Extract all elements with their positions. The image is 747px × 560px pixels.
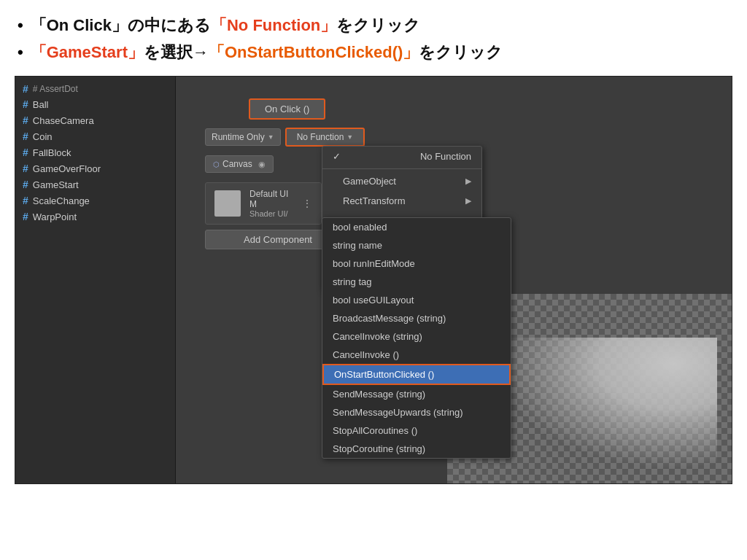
- no-function-label: No Function: [297, 132, 344, 142]
- submenu-item-label: StopAllCoroutines (): [333, 425, 417, 436]
- sidebar-item-label: Coin: [33, 131, 53, 142]
- sidebar-item-label: GameStart: [33, 179, 79, 190]
- instruction-1-part-1: 「On Click」の中にある: [31, 13, 211, 37]
- submenu-item-label: bool enabled: [333, 222, 387, 233]
- submenu-item-label: SendMessageUpwards (string): [333, 407, 462, 418]
- instruction-2-part-2: をクリック: [419, 40, 503, 64]
- submenu-item-stopallcoroutines[interactable]: StopAllCoroutines (): [322, 421, 511, 440]
- sidebar-item-scalechange[interactable]: # ScaleChange: [15, 192, 175, 209]
- submenu-item-sendmessage[interactable]: SendMessage (string): [322, 385, 511, 403]
- instruction-1-highlight-1: 「No Function」: [211, 13, 336, 37]
- dropdown-item-recttransform[interactable]: RectTransform ▶: [322, 191, 481, 211]
- instruction-line-2: • 「GameStart」 を選択→ 「OnStartButtonClicked…: [18, 40, 729, 64]
- sidebar-item-label: WarpPoint: [33, 211, 77, 222]
- submenu-item-broadcastmessage[interactable]: BroadcastMessage (string): [322, 309, 511, 327]
- sidebar-item-label: ChaseCamera: [33, 115, 94, 126]
- submenu-item-onstartbuttonclicked[interactable]: OnStartButtonClicked (): [322, 364, 511, 385]
- hash-icon: #: [23, 147, 28, 158]
- shader-label: Shader UI/: [249, 209, 293, 218]
- dropdown-item-no-function[interactable]: No Function: [322, 147, 481, 166]
- material-area: Default UI M Shader UI/ ⋮: [205, 182, 322, 225]
- unity-editor: # # AssertDot # Ball # ChaseCamera # Coi…: [15, 76, 732, 484]
- arrow-icon: ▶: [465, 176, 471, 186]
- submenu-item-label: BroadcastMessage (string): [333, 313, 446, 324]
- gamestart-submenu: bool enabled string name bool runInEditM…: [322, 217, 511, 459]
- material-text: Default UI M Shader UI/: [249, 189, 293, 218]
- bullet-1: •: [18, 13, 23, 37]
- submenu-item-label: CancelInvoke (string): [333, 331, 422, 342]
- sidebar-item-assertdot: # # AssertDot: [15, 81, 175, 96]
- submenu-item-label: StopCoroutine (string): [333, 443, 425, 454]
- runtime-label: Runtime Only: [212, 132, 265, 142]
- instruction-1-part-2: をクリック: [336, 13, 420, 37]
- submenu-item-label: OnStartButtonClicked (): [334, 369, 434, 380]
- submenu-item-label: string name: [333, 240, 382, 251]
- instruction-line-1: • 「On Click」の中にある 「No Function」 をクリック: [18, 13, 729, 37]
- sidebar: # # AssertDot # Ball # ChaseCamera # Coi…: [15, 77, 176, 483]
- hash-icon: #: [23, 179, 28, 190]
- arrow-icon: ▶: [465, 196, 471, 206]
- chevron-down-icon-2: ▼: [347, 133, 353, 141]
- instruction-2-part-1: を選択→: [144, 40, 209, 64]
- sidebar-item-coin[interactable]: # Coin: [15, 128, 175, 144]
- on-click-label: On Click (): [265, 104, 309, 114]
- submenu-item-string-tag[interactable]: string tag: [322, 273, 511, 291]
- chevron-down-icon: ▼: [268, 133, 274, 141]
- canvas-button[interactable]: ⬡ Canvas ◉: [205, 155, 274, 173]
- main-content: On Click () Runtime Only ▼ No Function ▼…: [176, 77, 732, 483]
- submenu-item-bool-runinEditMode[interactable]: bool runInEditMode: [322, 254, 511, 273]
- runtime-dropdown[interactable]: Runtime Only ▼: [205, 128, 281, 146]
- bullet-2: •: [18, 40, 23, 64]
- function-row: Runtime Only ▼ No Function ▼: [205, 128, 365, 147]
- submenu-item-stopcoroutine[interactable]: StopCoroutine (string): [322, 440, 511, 458]
- no-function-button[interactable]: No Function ▼: [285, 128, 365, 147]
- submenu-item-label: string tag: [333, 276, 371, 287]
- submenu-item-sendmessageupwards[interactable]: SendMessageUpwards (string): [322, 403, 511, 421]
- instruction-2-highlight-2: 「OnStartButtonClicked()」: [209, 40, 419, 64]
- three-dots-icon[interactable]: ⋮: [302, 198, 312, 209]
- material-preview: [214, 190, 241, 217]
- sidebar-item-label: ScaleChange: [33, 195, 90, 206]
- canvas-label: Canvas: [222, 159, 252, 169]
- instructions-area: • 「On Click」の中にある 「No Function」 をクリック • …: [0, 0, 747, 76]
- dropdown-item-label: GameObject: [343, 176, 396, 187]
- instruction-2-highlight-1: 「GameStart」: [31, 40, 144, 64]
- add-component-label: Add Component: [244, 234, 312, 245]
- material-name: Default UI M: [249, 189, 293, 209]
- submenu-item-bool-useGUILayout[interactable]: bool useGUILayout: [322, 291, 511, 309]
- hash-icon: #: [23, 98, 28, 110]
- hash-icon: #: [23, 195, 28, 206]
- submenu-item-cancelinvoke-string[interactable]: CancelInvoke (string): [322, 327, 511, 346]
- canvas-preview-overlay: [498, 338, 717, 469]
- dropdown-item-label: No Function: [420, 151, 471, 162]
- sidebar-item-label: GameOverFloor: [33, 163, 101, 174]
- hash-icon: #: [23, 131, 28, 142]
- canvas-row: ⬡ Canvas ◉: [205, 155, 274, 173]
- submenu-item-string-name[interactable]: string name: [322, 236, 511, 254]
- hash-icon: #: [23, 211, 28, 222]
- sidebar-item-gameoverfloor[interactable]: # GameOverFloor: [15, 160, 175, 176]
- sidebar-item-gamestart[interactable]: # GameStart: [15, 176, 175, 192]
- dropdown-divider-1: [322, 168, 481, 169]
- sidebar-item-fallblock[interactable]: # FallBlock: [15, 144, 175, 160]
- sidebar-item-ball[interactable]: # Ball: [15, 96, 175, 112]
- sidebar-item-label: Ball: [33, 99, 49, 110]
- sidebar-item-warppoint[interactable]: # WarpPoint: [15, 209, 175, 225]
- submenu-item-label: SendMessage (string): [333, 389, 425, 400]
- submenu-item-cancelinvoke[interactable]: CancelInvoke (): [322, 346, 511, 364]
- submenu-item-label: bool useGUILayout: [333, 295, 414, 306]
- submenu-item-label: bool runInEditMode: [333, 258, 415, 269]
- dropdown-item-label: RectTransform: [343, 195, 405, 206]
- submenu-item-bool-enabled[interactable]: bool enabled: [322, 218, 511, 236]
- dropdown-item-gameobject[interactable]: GameObject ▶: [322, 171, 481, 191]
- on-click-button[interactable]: On Click (): [249, 98, 325, 120]
- submenu-item-label: CancelInvoke (): [333, 349, 399, 360]
- hash-icon: #: [23, 114, 28, 126]
- sidebar-item-label: FallBlock: [33, 147, 71, 158]
- hash-icon: #: [23, 163, 28, 174]
- sidebar-item-chasecamera[interactable]: # ChaseCamera: [15, 112, 175, 128]
